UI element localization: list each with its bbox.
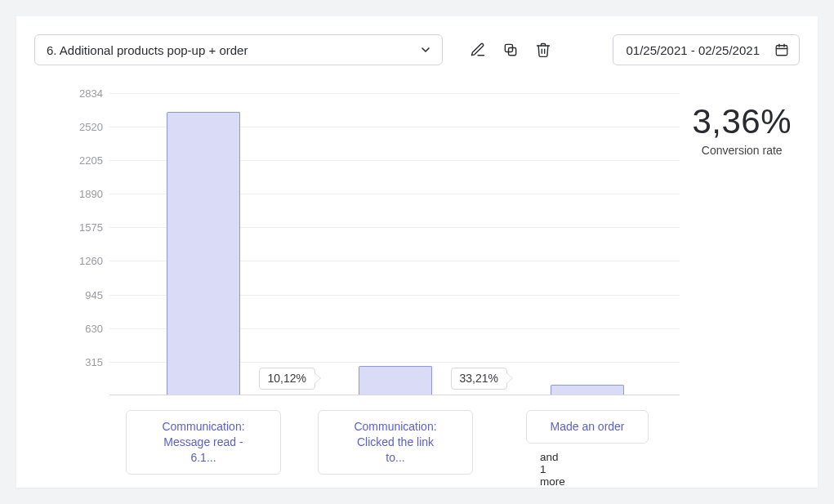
y-axis-tick: 1575 xyxy=(67,221,103,234)
y-axis-tick: 1890 xyxy=(67,188,103,200)
y-axis-tick: 2520 xyxy=(67,120,103,132)
edit-button[interactable] xyxy=(467,39,488,60)
chevron-down-icon xyxy=(421,45,430,55)
step-drop-label: 33,21% xyxy=(451,368,507,390)
delete-button[interactable] xyxy=(533,39,554,60)
funnel-select-label: 6. Additional products pop-up + order xyxy=(47,43,248,57)
funnel-chart: 3,36% Conversion rate 10,12%33,21% 28342… xyxy=(34,93,800,477)
trash-icon xyxy=(535,42,551,58)
date-range-label: 01/25/2021 - 02/25/2021 xyxy=(627,43,760,57)
conversion-rate-value: 3,36% xyxy=(692,105,792,139)
y-axis-tick: 2834 xyxy=(67,87,103,100)
copy-icon xyxy=(502,42,519,58)
calendar-icon xyxy=(774,42,789,57)
y-axis-tick: 1260 xyxy=(67,255,103,267)
y-axis-tick: 2205 xyxy=(67,154,103,167)
y-axis-tick: 945 xyxy=(67,288,103,301)
date-range-picker[interactable]: 01/25/2021 - 02/25/2021 xyxy=(613,34,800,65)
funnel-bar[interactable] xyxy=(551,385,624,395)
pencil-icon xyxy=(470,42,486,58)
funnel-bar[interactable] xyxy=(167,112,240,395)
funnel-bar[interactable] xyxy=(359,366,432,395)
plot-area: 10,12%33,21% xyxy=(109,93,680,395)
toolbar: 6. Additional products pop-up + order xyxy=(34,34,800,65)
y-axis-tick: 315 xyxy=(67,355,103,368)
funnel-card: 6. Additional products pop-up + order xyxy=(16,16,818,488)
copy-button[interactable] xyxy=(500,39,521,60)
funnel-step-label[interactable]: Communication: Message read - 6.1... xyxy=(126,410,281,475)
funnel-select[interactable]: 6. Additional products pop-up + order xyxy=(34,34,443,65)
funnel-step-label[interactable]: Made an order xyxy=(526,410,649,444)
conversion-rate-label: Conversion rate xyxy=(692,144,792,157)
step-drop-label: 10,12% xyxy=(259,368,315,390)
funnel-step-label[interactable]: Communication: Clicked the link to... xyxy=(318,410,473,475)
y-axis-tick: 630 xyxy=(67,322,103,334)
conversion-rate-summary: 3,36% Conversion rate xyxy=(692,105,792,157)
more-events-link[interactable]: and 1 more event xyxy=(540,451,567,488)
svg-rect-2 xyxy=(776,46,787,56)
